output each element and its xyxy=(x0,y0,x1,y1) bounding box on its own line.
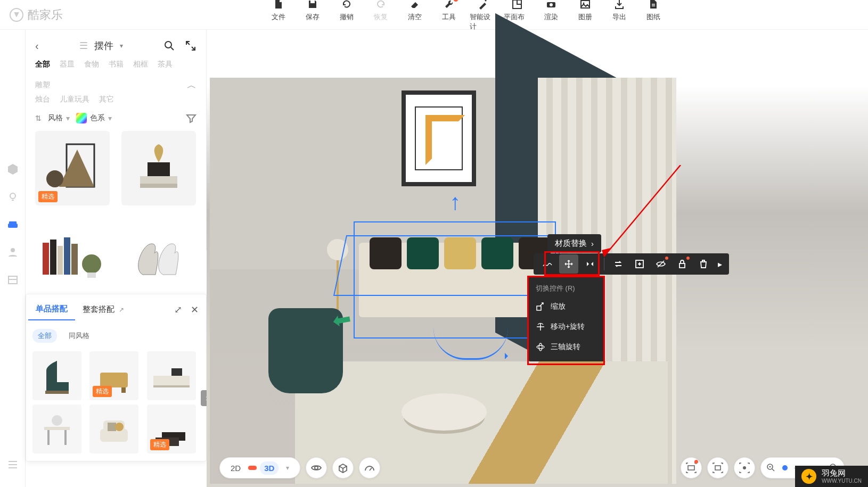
color-swatch-icon xyxy=(76,113,87,123)
magic-icon xyxy=(477,0,489,10)
expand-icon[interactable]: ⤢ xyxy=(174,304,182,316)
asset-panel: ‹ ☰ 摆件 ▾ 全部 器皿 食物 书籍 相框 茶具 雕塑 ︿ 烛台 儿童玩具 … xyxy=(26,30,207,251)
toolbar-export[interactable]: 导出 xyxy=(606,0,633,31)
ctx-delete-icon[interactable] xyxy=(694,254,713,274)
toolbar-save[interactable]: 保存 xyxy=(299,0,326,31)
ctx-handwrite-icon[interactable] xyxy=(538,254,557,274)
cat-candle[interactable]: 烛台 xyxy=(35,95,50,104)
undo-icon xyxy=(341,0,353,10)
toolbar-redo[interactable]: 恢复 xyxy=(367,0,394,31)
cat-tea[interactable]: 茶具 xyxy=(158,60,173,69)
list-view-icon[interactable]: ☰ xyxy=(79,40,88,52)
dropdown-caret-icon[interactable]: ▾ xyxy=(120,42,123,49)
cat-vessel[interactable]: 器皿 xyxy=(60,60,75,69)
zoom-out-icon[interactable] xyxy=(766,463,776,473)
filter-color[interactable]: 色系▾ xyxy=(76,113,112,123)
cat-sculpture[interactable]: 雕塑 xyxy=(35,80,50,90)
cat-toy[interactable]: 儿童玩具 xyxy=(60,95,89,104)
toolbar-clear[interactable]: 清空 xyxy=(402,0,428,31)
svg-rect-20 xyxy=(50,240,56,275)
nav-light-icon[interactable] xyxy=(6,191,19,203)
toolbar-gallery[interactable]: 图册 xyxy=(572,0,599,31)
collapse-icon[interactable]: ︿ xyxy=(187,79,196,92)
search-icon[interactable] xyxy=(163,40,175,52)
svg-marker-14 xyxy=(59,150,94,187)
box-view-toggle[interactable] xyxy=(332,457,354,478)
match-thumb[interactable] xyxy=(147,351,196,400)
nav-storage-icon[interactable] xyxy=(6,274,19,286)
cat-other[interactable]: 其它 xyxy=(99,95,114,104)
notification-dot xyxy=(686,257,690,260)
match-thumb[interactable]: 精选 xyxy=(89,351,138,400)
subfilter-same[interactable]: 同风格 xyxy=(63,329,95,343)
asset-thumb[interactable]: 精选 xyxy=(35,131,110,205)
dropdown-3axis-rotate[interactable]: 三轴旋转 xyxy=(528,337,605,357)
focus-object-icon[interactable] xyxy=(681,457,702,478)
center-view-icon[interactable] xyxy=(734,457,755,478)
speed-toggle[interactable] xyxy=(359,457,380,478)
coffee-table xyxy=(402,393,487,431)
svg-rect-25 xyxy=(87,273,96,278)
open-new-icon: ↗ xyxy=(119,306,124,313)
nav-furniture-icon[interactable] xyxy=(6,218,19,231)
toolbar-tools[interactable]: 工具 xyxy=(436,0,462,31)
left-nav xyxy=(0,30,26,487)
cat-book[interactable]: 书籍 xyxy=(109,60,124,69)
svg-point-37 xyxy=(52,415,62,426)
nav-list-icon[interactable] xyxy=(6,458,19,471)
toolbar-render[interactable]: 渲染 xyxy=(538,0,564,31)
nav-models-icon[interactable] xyxy=(6,163,19,176)
asset-thumb[interactable] xyxy=(121,131,196,205)
ctx-mirror-icon[interactable] xyxy=(580,254,600,274)
expand-icon[interactable] xyxy=(185,40,196,52)
match-thumb[interactable]: 精选 xyxy=(147,405,196,453)
view-toggles: 2D 3D▾ xyxy=(219,457,380,478)
dropdown-move-rotate[interactable]: 移动+旋转 xyxy=(528,317,605,337)
svg-point-7 xyxy=(10,193,15,199)
view-2d[interactable]: 2D xyxy=(226,461,245,475)
asset-thumb[interactable] xyxy=(35,216,110,291)
close-icon[interactable]: ✕ xyxy=(191,304,199,316)
match-thumb[interactable] xyxy=(89,405,138,453)
gizmo-rotate-arc[interactable] xyxy=(433,328,508,360)
svg-rect-31 xyxy=(153,376,190,385)
visibility-toggle[interactable] xyxy=(306,457,327,478)
material-replace-button[interactable]: 材质替换 › xyxy=(547,234,601,253)
gizmo-up-arrow[interactable]: ↑ xyxy=(449,189,461,215)
ctx-more-icon[interactable]: ▸ xyxy=(715,254,725,274)
cat-all[interactable]: 全部 xyxy=(35,60,50,69)
watermark-logo-icon: ✦ xyxy=(801,469,816,484)
toolbar-drawing[interactable]: 图纸 xyxy=(640,0,667,31)
toolbar-ai-design[interactable]: 智能设计 xyxy=(470,0,496,31)
subfilter-row: 全部 同风格 xyxy=(26,325,206,347)
nav-user-icon[interactable] xyxy=(6,246,19,259)
ctx-move-rotate-icon[interactable] xyxy=(559,254,578,274)
subfilter-all[interactable]: 全部 xyxy=(32,329,57,343)
back-icon[interactable]: ‹ xyxy=(35,40,39,52)
view-3d[interactable]: 3D xyxy=(260,461,279,475)
match-thumb[interactable] xyxy=(32,351,81,400)
svg-line-49 xyxy=(604,165,681,257)
sort-icon[interactable]: ⇅ xyxy=(35,114,42,122)
tab-single[interactable]: 单品搭配 xyxy=(28,299,75,320)
asset-thumb[interactable] xyxy=(121,216,196,291)
cat-frame[interactable]: 相框 xyxy=(133,60,148,69)
featured-badge: 精选 xyxy=(150,439,169,450)
thumb-art xyxy=(121,131,196,205)
toolbar-undo[interactable]: 撤销 xyxy=(333,0,360,31)
drawing-icon xyxy=(648,0,659,10)
redo-icon xyxy=(375,0,387,10)
filter-style[interactable]: 风格▾ xyxy=(48,113,70,123)
tab-full[interactable]: 整套搭配 xyxy=(75,299,122,320)
selected-object[interactable]: ↑ ⬅ xyxy=(354,221,556,339)
slider-handle[interactable] xyxy=(782,465,788,471)
match-thumb[interactable] xyxy=(32,405,81,453)
cat-food[interactable]: 食物 xyxy=(84,60,99,69)
filter-icon[interactable] xyxy=(186,113,196,123)
fit-view-icon[interactable] xyxy=(707,457,728,478)
save-icon xyxy=(307,0,318,10)
dropdown-scale[interactable]: 缩放 xyxy=(528,296,605,317)
svg-point-54 xyxy=(743,466,746,469)
toolbar-file[interactable]: 文件 xyxy=(265,0,292,31)
view-mode-toggle[interactable]: 2D 3D▾ xyxy=(219,457,300,478)
